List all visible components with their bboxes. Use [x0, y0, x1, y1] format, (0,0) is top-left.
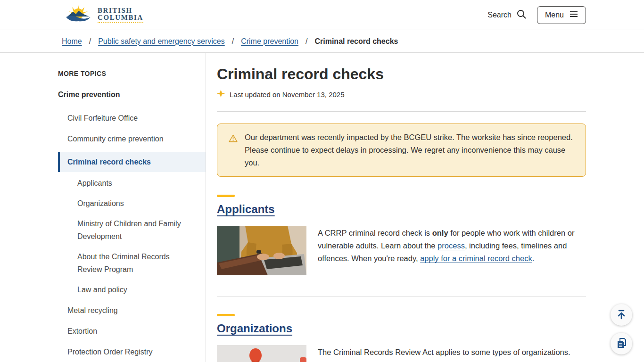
warning-alert-text: Our department was recently impacted by …: [245, 131, 574, 169]
applicants-heading-link[interactable]: Applicants: [217, 203, 275, 215]
sidebar-item-law-and-policy[interactable]: Law and policy: [70, 283, 190, 296]
copy-pages-icon: [616, 337, 627, 350]
apply-criminal-record-check-link[interactable]: apply for a criminal record check: [420, 254, 532, 263]
sidebar-item-crime-prevention[interactable]: Crime prevention: [58, 90, 206, 99]
breadcrumb-crime-prevention-link[interactable]: Crime prevention: [241, 37, 298, 46]
logo-line-2: COLUMBIA: [98, 14, 143, 23]
divider: [217, 111, 586, 112]
breadcrumb-public-safety-link[interactable]: Public safety and emergency services: [98, 37, 225, 46]
applicants-image: [217, 226, 306, 275]
organizations-section: The Criminal Records Review Act applies …: [217, 345, 586, 362]
main-content: Criminal record checks Last updated on N…: [206, 53, 586, 362]
sidebar-item-organizations[interactable]: Organizations: [70, 197, 190, 210]
section-accent-bar: [217, 195, 235, 197]
process-link[interactable]: process: [438, 241, 465, 250]
sidebar-item-extortion[interactable]: Extortion: [67, 325, 195, 337]
arrow-up-icon: [616, 309, 627, 321]
menu-label: Menu: [545, 11, 564, 19]
breadcrumb-home-link[interactable]: Home: [62, 37, 82, 46]
applicants-section-heading: Applicants: [217, 202, 586, 216]
bc-gov-logo[interactable]: BRITISH COLUMBIA: [58, 4, 143, 26]
copy-page-button[interactable]: [611, 333, 632, 354]
sidebar-item-community-crime-prevention[interactable]: Community crime prevention: [67, 132, 195, 145]
sidebar-subnav: Applicants Organizations Ministry of Chi…: [70, 177, 206, 296]
sidebar-item-about-crrp[interactable]: About the Criminal Records Review Progra…: [70, 250, 182, 276]
search-label: Search: [487, 11, 512, 19]
sidebar-item-civil-forfeiture-office[interactable]: Civil Forfeiture Office: [67, 112, 195, 124]
bc-gov-logo-text: BRITISH COLUMBIA: [98, 7, 143, 23]
last-updated-row: Last updated on November 13, 2025: [217, 90, 586, 99]
back-to-top-button[interactable]: [611, 304, 632, 326]
breadcrumb: Home / Public safety and emergency servi…: [58, 30, 586, 52]
search-button[interactable]: Search: [487, 9, 527, 21]
sparkle-star-icon: [217, 90, 225, 99]
applicants-paragraph: A CRRP criminal record check is only for…: [318, 227, 580, 268]
page-title: Criminal record checks: [217, 66, 586, 83]
logo-line-1: BRITISH: [98, 7, 143, 14]
bc-gov-emblem-icon: [63, 4, 94, 26]
sidebar-heading: MORE TOPICS: [58, 70, 206, 77]
breadcrumb-separator: /: [89, 37, 91, 46]
applicants-text-4: .: [532, 254, 535, 263]
applicants-text-bold: only: [432, 229, 448, 237]
warning-alert: Our department was recently impacted by …: [217, 123, 586, 177]
breadcrumb-bar: Home / Public safety and emergency servi…: [0, 30, 644, 53]
organizations-image: [217, 345, 306, 362]
sidebar-item-protection-order-registry[interactable]: Protection Order Registry: [67, 346, 195, 358]
breadcrumb-separator: /: [305, 37, 307, 46]
last-updated-text: Last updated on November 13, 2025: [230, 90, 345, 99]
hamburger-icon: [570, 11, 578, 19]
organizations-section-heading: Organizations: [217, 321, 586, 336]
warning-triangle-icon: [229, 133, 238, 169]
sidebar-item-mcfd[interactable]: Ministry of Children and Family Developm…: [70, 217, 182, 243]
applicants-text-1: A CRRP criminal record check is: [318, 229, 432, 237]
sidebar-item-applicants[interactable]: Applicants: [70, 177, 190, 189]
menu-button[interactable]: Menu: [537, 6, 586, 24]
organizations-paragraph: The Criminal Records Review Act applies …: [318, 346, 580, 362]
section-accent-bar: [217, 314, 235, 316]
applicants-section: A CRRP criminal record check is only for…: [217, 226, 586, 275]
sidebar-item-metal-recycling[interactable]: Metal recycling: [67, 304, 195, 317]
divider: [217, 296, 586, 296]
organizations-heading-link[interactable]: Organizations: [217, 322, 292, 335]
site-header: BRITISH COLUMBIA Search Menu: [0, 0, 644, 30]
sidebar-item-criminal-record-checks-active[interactable]: Criminal record checks: [58, 152, 206, 172]
search-icon: [516, 9, 527, 21]
breadcrumb-current-page: Criminal record checks: [314, 37, 398, 46]
sidebar-nav: MORE TOPICS Crime prevention Civil Forfe…: [58, 53, 206, 362]
breadcrumb-separator: /: [232, 37, 234, 46]
